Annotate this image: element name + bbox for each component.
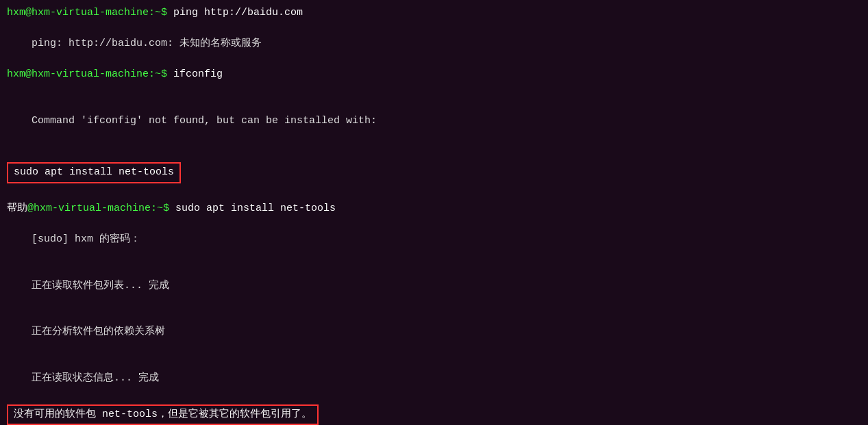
blank-2 bbox=[7, 144, 861, 160]
terminal-output: hxm@hxm-virtual-machine:~$ ping http://b… bbox=[7, 5, 861, 425]
install-suggestion-box: sudo apt install net-tools bbox=[7, 159, 861, 186]
no-package-msg: 没有可用的软件包 net-tools，但是它被其它的软件包引用了。 bbox=[7, 404, 319, 426]
cmd-1: ping http://baidu.com bbox=[173, 5, 303, 21]
cmd-3: ifconfig bbox=[173, 67, 223, 83]
prompt-3: hxm@hxm-virtual-machine:~$ bbox=[7, 67, 173, 83]
prompt-1: hxm@hxm-virtual-machine:~$ bbox=[7, 5, 173, 21]
analyzing-deps-line: 正在分析软件包的依赖关系树 bbox=[7, 309, 861, 356]
reading-state-line: 正在读取状态信息... 完成 bbox=[7, 355, 861, 402]
prompt-sudo: @hxm-virtual-machine:~$ bbox=[27, 201, 175, 217]
terminal-line-2: ping: http://baidu.com: 未知的名称或服务 bbox=[7, 21, 861, 68]
terminal-line-1: hxm@hxm-virtual-machine:~$ ping http://b… bbox=[7, 5, 861, 21]
blank-3 bbox=[7, 186, 861, 202]
partial-prompt-help: 帮助 bbox=[7, 201, 27, 217]
install-cmd-boxed: sudo apt install net-tools bbox=[7, 162, 181, 183]
reading-packages-line: 正在读取软件包列表... 完成 bbox=[7, 263, 861, 309]
blank-1 bbox=[7, 83, 861, 99]
sudo-password-line: [sudo] hxm 的密码： bbox=[7, 217, 861, 263]
not-found-msg: Command 'ifconfig' not found, but can be… bbox=[7, 98, 861, 144]
terminal-line-3: hxm@hxm-virtual-machine:~$ ifconfig bbox=[7, 67, 861, 83]
terminal-line-sudo: 帮助 @hxm-virtual-machine:~$ sudo apt inst… bbox=[7, 201, 861, 217]
output-2: ping: http://baidu.com: 未知的名称或服务 bbox=[32, 38, 262, 49]
no-package-box: 没有可用的软件包 net-tools，但是它被其它的软件包引用了。 bbox=[7, 404, 861, 426]
cmd-sudo: sudo apt install net-tools bbox=[175, 201, 336, 217]
